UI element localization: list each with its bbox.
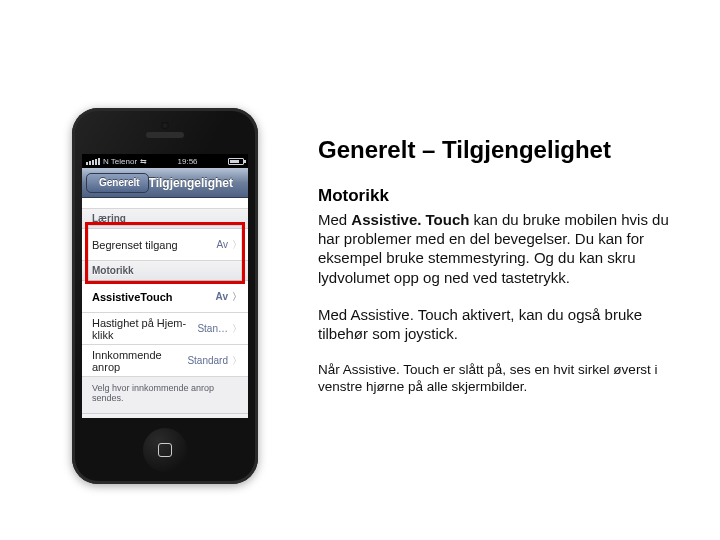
- clock: 19:56: [178, 157, 198, 166]
- paragraph-3: Når Assistive. Touch er slått på, ses en…: [318, 361, 674, 396]
- row-label: Innkommende anrop: [92, 349, 187, 373]
- row-label: AssistiveTouch: [92, 291, 173, 303]
- settings-list: 〉 Læring Begrenset tilgang Av〉 Motorikk …: [82, 198, 248, 418]
- chevron-right-icon: 〉: [232, 354, 242, 368]
- earpiece: [146, 132, 184, 138]
- chevron-right-icon: 〉: [232, 238, 242, 252]
- carrier-label: N Telenor: [103, 157, 137, 166]
- home-button[interactable]: [143, 428, 187, 472]
- phone-body: N Telenor ⇆ 19:56 Generelt Tilgjengeligh…: [72, 108, 258, 484]
- back-button[interactable]: Generelt: [86, 173, 149, 193]
- row-label: Begrenset tilgang: [92, 239, 178, 251]
- row-value: Av: [216, 291, 228, 302]
- table-row[interactable]: 〉: [82, 198, 248, 209]
- section-header-trippelklikk: Trippelklikk: [82, 414, 248, 418]
- chevron-right-icon: 〉: [232, 322, 242, 336]
- row-innkommende-anrop[interactable]: Innkommende anrop Standard〉: [82, 345, 248, 377]
- row-assistivetouch[interactable]: AssistiveTouch Av〉: [82, 281, 248, 313]
- phone: N Telenor ⇆ 19:56 Generelt Tilgjengeligh…: [72, 108, 258, 484]
- nav-bar: Generelt Tilgjengelighet: [82, 168, 248, 198]
- signal-icon: [86, 158, 100, 165]
- row-begrenset-tilgang[interactable]: Begrenset tilgang Av〉: [82, 229, 248, 261]
- camera-dot: [162, 122, 169, 129]
- network-icon: ⇆: [140, 157, 147, 166]
- section-note: Velg hvor innkommende anrop sendes.: [82, 377, 248, 414]
- row-value: Standard: [187, 355, 228, 366]
- chevron-right-icon: 〉: [232, 198, 242, 200]
- paragraph-2: Med Assistive. Touch aktivert, kan du og…: [318, 305, 674, 343]
- slide: N Telenor ⇆ 19:56 Generelt Tilgjengeligh…: [0, 0, 720, 540]
- row-value: Stan…: [197, 323, 228, 334]
- section-header-motorikk: Motorikk: [82, 261, 248, 281]
- home-square-icon: [158, 443, 172, 457]
- nav-title: Tilgjengelighet: [149, 176, 248, 190]
- subheading: Motorikk: [318, 186, 674, 206]
- phone-screen: N Telenor ⇆ 19:56 Generelt Tilgjengeligh…: [82, 154, 248, 418]
- back-label: Generelt: [99, 177, 140, 188]
- row-value: Av: [217, 239, 229, 250]
- battery-icon: [228, 158, 244, 165]
- row-hjem-klikk-hastighet[interactable]: Hastighet på Hjem-klikk Stan…〉: [82, 313, 248, 345]
- paragraph-1: Med Assistive. Touch kan du bruke mobile…: [318, 210, 674, 287]
- status-bar: N Telenor ⇆ 19:56: [82, 154, 248, 168]
- text-column: Generelt – Tilgjengelighet Motorikk Med …: [318, 136, 674, 396]
- page-title: Generelt – Tilgjengelighet: [318, 136, 674, 164]
- section-header-learning: Læring: [82, 209, 248, 229]
- chevron-right-icon: 〉: [232, 290, 242, 304]
- row-label: Hastighet på Hjem-klikk: [92, 317, 197, 341]
